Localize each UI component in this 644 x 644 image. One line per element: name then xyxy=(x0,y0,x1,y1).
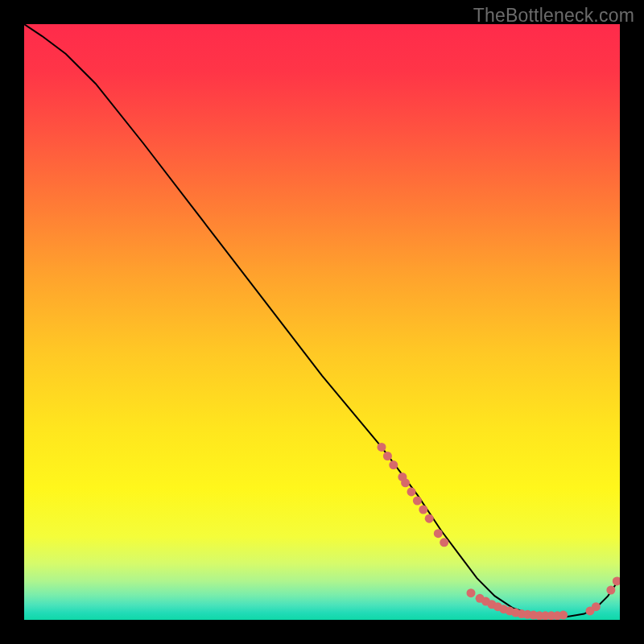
marker-dot xyxy=(401,478,410,487)
gradient-background xyxy=(24,24,620,620)
marker-dot xyxy=(440,538,448,547)
marker-dot xyxy=(606,586,615,595)
marker-dot xyxy=(407,487,416,496)
marker-dot xyxy=(413,497,422,506)
marker-dot xyxy=(389,460,398,469)
plot-area xyxy=(24,24,620,620)
marker-dot xyxy=(419,506,427,514)
marker-dot xyxy=(425,514,434,523)
watermark-text: TheBottleneck.com xyxy=(473,5,634,27)
chart-stage: TheBottleneck.com xyxy=(0,0,644,644)
marker-dot xyxy=(434,529,443,538)
marker-dot xyxy=(378,443,386,452)
marker-dot xyxy=(467,588,476,597)
marker-dot xyxy=(383,452,392,460)
marker-dot xyxy=(559,611,568,620)
chart-svg xyxy=(24,24,620,620)
marker-dot xyxy=(592,602,601,611)
